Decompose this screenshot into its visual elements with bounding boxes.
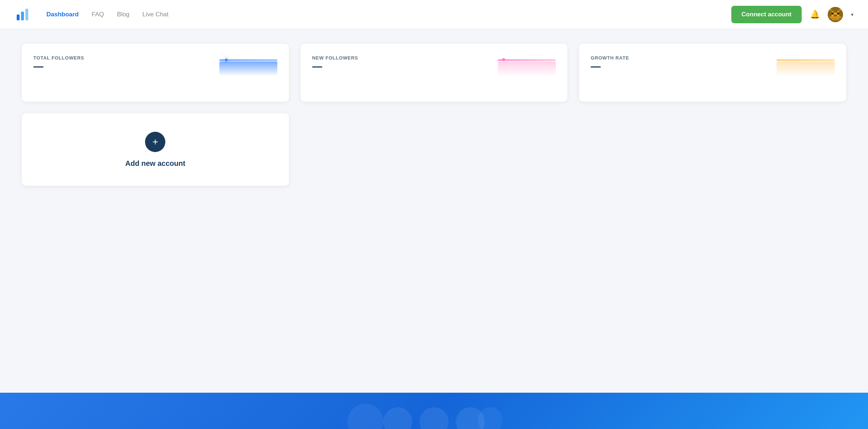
nav-item-faq[interactable]: FAQ [92,11,104,18]
svg-rect-13 [832,12,834,14]
new-followers-label: NEW FOLLOWERS [312,55,358,61]
pink-chart-line [498,60,556,61]
footer-circle-decoration-1 [347,404,384,429]
svg-rect-12 [832,18,839,20]
main-nav: Dashboard FAQ Blog Live Chat [46,11,731,18]
notification-bell-icon[interactable]: 🔔 [809,9,821,20]
svg-rect-0 [17,15,20,20]
total-followers-chart [84,55,277,75]
stats-row: TOTAL FOLLOWERS NEW FOLLOWERS [22,44,846,102]
svg-rect-2 [25,9,28,20]
pink-chart-bar [498,61,556,75]
total-followers-left: TOTAL FOLLOWERS [33,55,84,68]
blue-chart [219,55,277,75]
main-content: TOTAL FOLLOWERS NEW FOLLOWERS [0,29,868,393]
svg-rect-11 [830,16,841,18]
footer [0,393,868,429]
orange-chart-bar [777,61,835,75]
connect-account-button[interactable]: Connect account [731,6,802,23]
svg-rect-9 [832,15,834,16]
total-followers-inner: TOTAL FOLLOWERS [33,55,277,75]
blue-chart-line [219,60,277,61]
app-logo [15,7,30,23]
new-followers-card: NEW FOLLOWERS [301,44,568,102]
orange-chart-line [777,60,835,61]
nav-item-dashboard[interactable]: Dashboard [46,11,79,18]
new-followers-inner: NEW FOLLOWERS [312,55,556,75]
logo-area [15,7,32,23]
svg-rect-7 [837,11,839,12]
growth-rate-chart [629,55,835,75]
growth-rate-inner: GROWTH RATE [591,55,835,75]
new-followers-value [312,66,322,68]
avatar-image [828,7,843,22]
svg-rect-14 [837,12,839,14]
header: Dashboard FAQ Blog Live Chat Connect acc… [0,0,868,29]
svg-rect-5 [839,9,841,11]
growth-rate-value [591,66,601,68]
header-right: Connect account 🔔 ▾ [731,6,853,23]
footer-circle-3-item [456,407,485,429]
svg-rect-10 [837,15,839,16]
blue-chart-bar [219,61,277,75]
pink-chart [498,55,556,75]
growth-rate-label: GROWTH RATE [591,55,629,61]
add-account-label: Add new account [125,159,186,168]
svg-rect-6 [832,11,834,12]
total-followers-label: TOTAL FOLLOWERS [33,55,84,61]
nav-item-blog[interactable]: Blog [117,11,129,18]
growth-rate-left: GROWTH RATE [591,55,629,68]
total-followers-card: TOTAL FOLLOWERS [22,44,289,102]
add-account-card[interactable]: + Add new account [22,113,289,186]
new-followers-chart [358,55,556,75]
avatar-chevron-icon[interactable]: ▾ [851,12,853,17]
svg-rect-4 [830,9,831,11]
footer-circle-2-item [419,407,449,429]
growth-rate-card: GROWTH RATE [579,44,846,102]
bottom-row: + Add new account [22,113,846,186]
footer-circles [383,407,485,429]
new-followers-left: NEW FOLLOWERS [312,55,358,68]
avatar[interactable] [828,7,843,22]
total-followers-value [33,66,44,68]
footer-circle-1 [383,407,412,429]
nav-item-livechat[interactable]: Live Chat [142,11,169,18]
svg-rect-8 [834,12,838,14]
orange-chart [777,55,835,75]
svg-rect-1 [21,12,24,20]
add-account-icon: + [145,132,165,152]
